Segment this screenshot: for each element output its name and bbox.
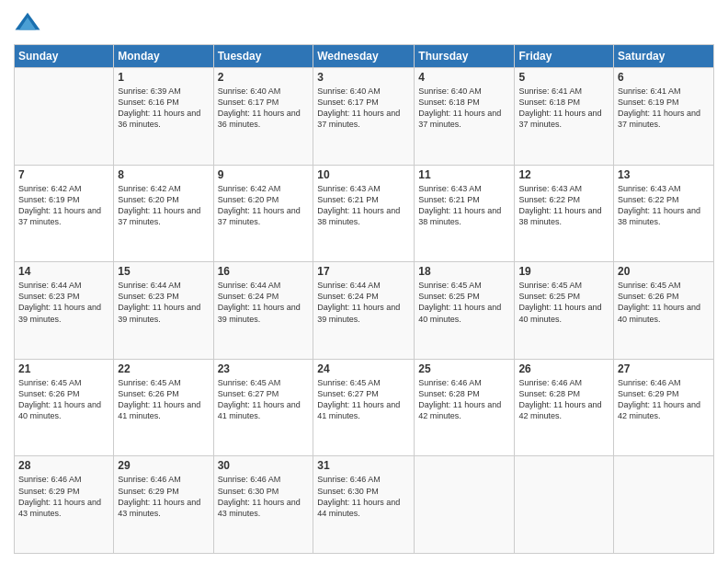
day-number: 7 xyxy=(18,168,109,181)
calendar-cell: 26Sunrise: 6:46 AMSunset: 6:28 PMDayligh… xyxy=(515,359,614,456)
cell-info: Sunrise: 6:43 AMSunset: 6:22 PMDaylight:… xyxy=(518,183,609,228)
calendar-cell: 30Sunrise: 6:46 AMSunset: 6:30 PMDayligh… xyxy=(213,456,313,554)
cell-info: Sunrise: 6:45 AMSunset: 6:26 PMDaylight:… xyxy=(18,377,109,422)
cell-info: Sunrise: 6:43 AMSunset: 6:21 PMDaylight:… xyxy=(317,183,410,228)
calendar-cell: 23Sunrise: 6:45 AMSunset: 6:27 PMDayligh… xyxy=(213,359,313,456)
calendar-cell: 9Sunrise: 6:42 AMSunset: 6:20 PMDaylight… xyxy=(213,165,313,262)
calendar-cell: 5Sunrise: 6:41 AMSunset: 6:18 PMDaylight… xyxy=(515,68,614,166)
calendar-cell: 24Sunrise: 6:45 AMSunset: 6:27 PMDayligh… xyxy=(313,359,415,456)
cell-info: Sunrise: 6:46 AMSunset: 6:30 PMDaylight:… xyxy=(317,474,410,519)
calendar-cell: 14Sunrise: 6:44 AMSunset: 6:23 PMDayligh… xyxy=(15,262,114,360)
cell-info: Sunrise: 6:42 AMSunset: 6:20 PMDaylight:… xyxy=(118,183,209,228)
day-number: 9 xyxy=(218,168,310,181)
day-number: 12 xyxy=(518,168,609,181)
calendar-cell: 31Sunrise: 6:46 AMSunset: 6:30 PMDayligh… xyxy=(313,456,415,554)
calendar-cell: 13Sunrise: 6:43 AMSunset: 6:22 PMDayligh… xyxy=(614,165,714,262)
day-number: 24 xyxy=(317,362,410,375)
cell-info: Sunrise: 6:39 AMSunset: 6:16 PMDaylight:… xyxy=(118,86,209,131)
calendar-cell xyxy=(614,456,714,554)
calendar-cell: 28Sunrise: 6:46 AMSunset: 6:29 PMDayligh… xyxy=(15,456,114,554)
cell-info: Sunrise: 6:44 AMSunset: 6:23 PMDaylight:… xyxy=(118,280,209,325)
col-header-monday: Monday xyxy=(114,45,213,68)
cell-info: Sunrise: 6:46 AMSunset: 6:29 PMDaylight:… xyxy=(618,377,710,422)
cell-info: Sunrise: 6:45 AMSunset: 6:27 PMDaylight:… xyxy=(317,377,410,422)
calendar-cell: 4Sunrise: 6:40 AMSunset: 6:18 PMDaylight… xyxy=(415,68,515,166)
cell-info: Sunrise: 6:42 AMSunset: 6:20 PMDaylight:… xyxy=(218,183,310,228)
cell-info: Sunrise: 6:40 AMSunset: 6:17 PMDaylight:… xyxy=(317,86,410,131)
day-number: 15 xyxy=(118,265,209,278)
week-row-2: 7Sunrise: 6:42 AMSunset: 6:19 PMDaylight… xyxy=(15,165,714,262)
cell-info: Sunrise: 6:45 AMSunset: 6:26 PMDaylight:… xyxy=(118,377,209,422)
calendar-cell: 7Sunrise: 6:42 AMSunset: 6:19 PMDaylight… xyxy=(15,165,114,262)
cell-info: Sunrise: 6:45 AMSunset: 6:25 PMDaylight:… xyxy=(518,280,609,325)
calendar-cell: 18Sunrise: 6:45 AMSunset: 6:25 PMDayligh… xyxy=(415,262,515,360)
cell-info: Sunrise: 6:46 AMSunset: 6:30 PMDaylight:… xyxy=(218,474,310,519)
cell-info: Sunrise: 6:44 AMSunset: 6:23 PMDaylight:… xyxy=(18,280,109,325)
day-number: 27 xyxy=(618,362,710,375)
day-number: 22 xyxy=(118,362,209,375)
cell-info: Sunrise: 6:46 AMSunset: 6:28 PMDaylight:… xyxy=(518,377,609,422)
calendar-cell: 27Sunrise: 6:46 AMSunset: 6:29 PMDayligh… xyxy=(614,359,714,456)
calendar-cell: 2Sunrise: 6:40 AMSunset: 6:17 PMDaylight… xyxy=(213,68,313,166)
calendar-cell: 6Sunrise: 6:41 AMSunset: 6:19 PMDaylight… xyxy=(614,68,714,166)
col-header-sunday: Sunday xyxy=(15,45,114,68)
calendar-cell: 17Sunrise: 6:44 AMSunset: 6:24 PMDayligh… xyxy=(313,262,415,360)
col-header-wednesday: Wednesday xyxy=(313,45,415,68)
header-row: SundayMondayTuesdayWednesdayThursdayFrid… xyxy=(15,45,714,68)
calendar-cell: 20Sunrise: 6:45 AMSunset: 6:26 PMDayligh… xyxy=(614,262,714,360)
day-number: 19 xyxy=(518,265,609,278)
day-number: 31 xyxy=(317,459,410,472)
cell-info: Sunrise: 6:46 AMSunset: 6:28 PMDaylight:… xyxy=(418,377,510,422)
day-number: 2 xyxy=(218,71,310,84)
week-row-3: 14Sunrise: 6:44 AMSunset: 6:23 PMDayligh… xyxy=(15,262,714,360)
day-number: 8 xyxy=(118,168,209,181)
col-header-friday: Friday xyxy=(515,45,614,68)
day-number: 16 xyxy=(218,265,310,278)
day-number: 10 xyxy=(317,168,410,181)
cell-info: Sunrise: 6:41 AMSunset: 6:18 PMDaylight:… xyxy=(518,86,609,131)
calendar-cell: 8Sunrise: 6:42 AMSunset: 6:20 PMDaylight… xyxy=(114,165,213,262)
calendar-cell: 15Sunrise: 6:44 AMSunset: 6:23 PMDayligh… xyxy=(114,262,213,360)
page: SundayMondayTuesdayWednesdayThursdayFrid… xyxy=(0,0,728,563)
logo xyxy=(14,9,45,37)
calendar-cell: 16Sunrise: 6:44 AMSunset: 6:24 PMDayligh… xyxy=(213,262,313,360)
day-number: 20 xyxy=(618,265,710,278)
cell-info: Sunrise: 6:43 AMSunset: 6:22 PMDaylight:… xyxy=(618,183,710,228)
week-row-1: 1Sunrise: 6:39 AMSunset: 6:16 PMDaylight… xyxy=(15,68,714,166)
cell-info: Sunrise: 6:45 AMSunset: 6:26 PMDaylight:… xyxy=(618,280,710,325)
calendar-cell: 10Sunrise: 6:43 AMSunset: 6:21 PMDayligh… xyxy=(313,165,415,262)
calendar-cell xyxy=(15,68,114,166)
header xyxy=(14,9,714,37)
day-number: 30 xyxy=(218,459,310,472)
cell-info: Sunrise: 6:40 AMSunset: 6:17 PMDaylight:… xyxy=(218,86,310,131)
day-number: 21 xyxy=(18,362,109,375)
cell-info: Sunrise: 6:46 AMSunset: 6:29 PMDaylight:… xyxy=(18,474,109,519)
day-number: 1 xyxy=(118,71,209,84)
day-number: 17 xyxy=(317,265,410,278)
cell-info: Sunrise: 6:46 AMSunset: 6:29 PMDaylight:… xyxy=(118,474,209,519)
calendar-cell: 11Sunrise: 6:43 AMSunset: 6:21 PMDayligh… xyxy=(415,165,515,262)
cell-info: Sunrise: 6:44 AMSunset: 6:24 PMDaylight:… xyxy=(317,280,410,325)
day-number: 5 xyxy=(518,71,609,84)
cell-info: Sunrise: 6:44 AMSunset: 6:24 PMDaylight:… xyxy=(218,280,310,325)
col-header-thursday: Thursday xyxy=(415,45,515,68)
day-number: 28 xyxy=(18,459,109,472)
calendar-cell: 19Sunrise: 6:45 AMSunset: 6:25 PMDayligh… xyxy=(515,262,614,360)
day-number: 11 xyxy=(418,168,510,181)
col-header-saturday: Saturday xyxy=(614,45,714,68)
day-number: 13 xyxy=(618,168,710,181)
logo-icon xyxy=(14,9,41,37)
day-number: 4 xyxy=(418,71,510,84)
calendar-table: SundayMondayTuesdayWednesdayThursdayFrid… xyxy=(14,44,714,554)
cell-info: Sunrise: 6:43 AMSunset: 6:21 PMDaylight:… xyxy=(418,183,510,228)
calendar-cell: 22Sunrise: 6:45 AMSunset: 6:26 PMDayligh… xyxy=(114,359,213,456)
calendar-cell: 21Sunrise: 6:45 AMSunset: 6:26 PMDayligh… xyxy=(15,359,114,456)
day-number: 23 xyxy=(218,362,310,375)
calendar-cell: 25Sunrise: 6:46 AMSunset: 6:28 PMDayligh… xyxy=(415,359,515,456)
calendar-cell xyxy=(515,456,614,554)
cell-info: Sunrise: 6:41 AMSunset: 6:19 PMDaylight:… xyxy=(618,86,710,131)
day-number: 3 xyxy=(317,71,410,84)
calendar-cell: 1Sunrise: 6:39 AMSunset: 6:16 PMDaylight… xyxy=(114,68,213,166)
calendar-cell: 29Sunrise: 6:46 AMSunset: 6:29 PMDayligh… xyxy=(114,456,213,554)
calendar-cell: 12Sunrise: 6:43 AMSunset: 6:22 PMDayligh… xyxy=(515,165,614,262)
